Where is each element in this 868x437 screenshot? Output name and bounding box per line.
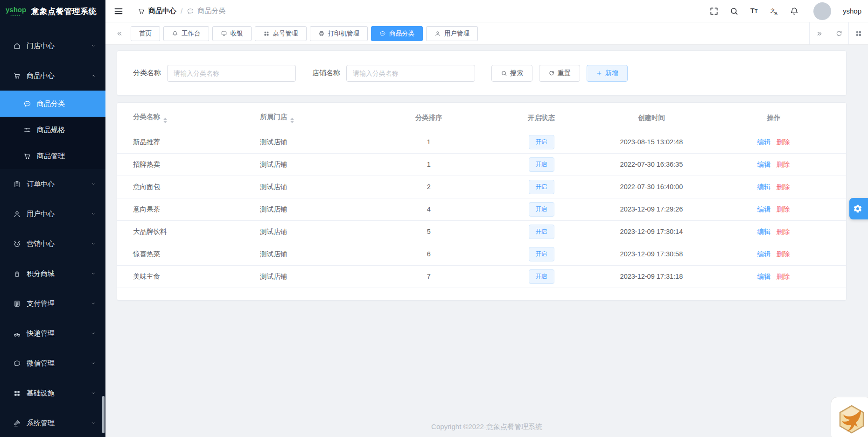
edit-link[interactable]: 编辑 [757,273,771,280]
chevron-up-icon [91,73,96,78]
sidebar-item-label: 积分商城 [27,269,91,278]
delete-link[interactable]: 删除 [777,183,790,190]
comment-icon [23,100,31,108]
delete-link[interactable]: 删除 [777,161,790,168]
cell-store: 测试店铺 [260,176,377,198]
avatar[interactable] [813,2,831,20]
sidebar-item-payment-manage[interactable]: 支付管理 [0,289,105,318]
cell-store: 测试店铺 [260,198,377,220]
sidebar-item-points-mall[interactable]: 积分商城 [0,259,105,289]
breadcrumb-item-goods-category[interactable]: 商品分类 [187,7,225,15]
chevron-down-icon [91,271,96,276]
edit-link[interactable]: 编辑 [757,161,771,168]
sidebar-item-user-center[interactable]: 用户中心 [0,199,105,229]
alarm-icon [13,240,21,248]
bell-icon[interactable] [790,7,799,16]
sidebar-item-express-manage[interactable]: 快递管理 [0,318,105,348]
sidebar-item-goods-manage[interactable]: 商品管理 [0,143,105,169]
sidebar-item-store-center[interactable]: 门店中心 [0,31,105,61]
tab-table-manage[interactable]: 桌号管理 [255,26,307,41]
store-name-input[interactable] [346,65,475,82]
fullscreen-icon[interactable] [709,7,719,16]
column-header-sort: 分类排序 [377,106,481,131]
sidebar-item-system-manage[interactable]: 系统管理 [0,408,105,437]
refresh-icon [835,30,843,37]
search-button[interactable]: 搜索 [491,65,532,82]
plus-icon [596,70,602,77]
search-icon[interactable] [729,7,739,16]
copyright-footer: Copyright ©2022-意象点餐管理系统 [105,423,868,431]
cell-category-name: 招牌热卖 [117,153,260,176]
sidebar-item-goods-spec[interactable]: 商品规格 [0,117,105,143]
topbar: 商品中心 / 商品分类 TT 文A yshop [105,0,868,22]
status-toggle[interactable]: 开启 [529,269,554,284]
tabs-scroll-left-button[interactable] [111,22,128,44]
tab-label: 商品分类 [389,29,414,38]
tab-printer-manage[interactable]: 打印机管理 [310,26,368,41]
logo-underline: -●●●●●- [6,14,26,16]
yshop-logo: yshop-●●●●●- [6,6,26,16]
delete-link[interactable]: 删除 [777,228,790,235]
sidebar-scrollbar-thumb[interactable] [102,396,105,433]
sidebar-item-label: 微信管理 [27,359,91,368]
cell-store: 测试店铺 [260,153,377,176]
category-name-input[interactable] [167,65,296,82]
edit-link[interactable]: 编辑 [757,250,771,258]
menu-fold-icon[interactable] [113,6,124,16]
delete-link[interactable]: 删除 [777,273,790,280]
chevron-down-icon [91,43,96,49]
reset-button[interactable]: 重置 [539,65,580,82]
status-toggle[interactable]: 开启 [529,157,554,172]
cell-actions: 编辑删除 [701,243,846,265]
cart-icon [13,72,21,80]
settings-fab[interactable] [849,198,868,219]
tab-workbench[interactable]: 工作台 [163,26,209,41]
breadcrumb-item-goods-center[interactable]: 商品中心 [138,7,176,15]
cell-status: 开启 [481,198,602,220]
sidebar-item-order-center[interactable]: 订单中心 [0,169,105,199]
cell-store: 测试店铺 [260,243,377,265]
column-header-store[interactable]: 所属门店 [260,106,377,131]
cell-actions: 编辑删除 [701,265,846,288]
breadcrumb-label: 商品分类 [197,7,225,15]
status-toggle[interactable]: 开启 [529,180,554,194]
sidebar-item-goods-category[interactable]: 商品分类 [0,91,105,117]
username[interactable]: yshop [843,7,861,15]
user-icon [13,210,21,218]
edit-link[interactable]: 编辑 [757,205,771,213]
status-toggle[interactable]: 开启 [529,225,554,239]
font-size-icon[interactable]: TT [749,7,759,16]
edit-link[interactable]: 编辑 [757,138,771,146]
extension-badge[interactable] [831,397,868,437]
delete-link[interactable]: 删除 [777,250,790,258]
sidebar-item-goods-center[interactable]: 商品中心 [0,61,105,91]
cell-sort: 5 [377,220,481,243]
refresh-tab-button[interactable] [829,22,848,44]
translate-icon[interactable]: 文A [770,7,779,16]
sort-toggle[interactable] [290,118,294,123]
cell-category-name: 惊喜热菜 [117,243,260,265]
sidebar-item-infrastructure[interactable]: 基础设施 [0,378,105,408]
comment-icon [187,7,194,15]
tabs-scroll-right-button[interactable] [809,22,829,44]
tab-goods-category[interactable]: 商品分类 [371,26,423,41]
edit-link[interactable]: 编辑 [757,183,771,190]
column-header-name[interactable]: 分类名称 [117,106,260,131]
delete-link[interactable]: 删除 [777,205,790,213]
status-toggle[interactable]: 开启 [529,135,554,149]
add-button[interactable]: 新增 [587,65,628,82]
tab-home[interactable]: 首页 [131,26,160,41]
sidebar-item-wechat-manage[interactable]: 微信管理 [0,348,105,378]
status-toggle[interactable]: 开启 [529,202,554,217]
cell-category-name: 新品推荐 [117,131,260,153]
tab-user-manage[interactable]: 用户管理 [426,26,478,41]
tab-options-button[interactable] [848,22,868,44]
status-toggle[interactable]: 开启 [529,247,554,261]
grid-icon [855,30,862,37]
edit-link[interactable]: 编辑 [757,228,771,235]
tab-cashier[interactable]: 收银 [212,26,252,41]
tab-label: 用户管理 [444,29,469,38]
sort-toggle[interactable] [163,118,167,123]
sidebar-item-marketing-center[interactable]: 营销中心 [0,229,105,259]
delete-link[interactable]: 删除 [777,138,790,146]
